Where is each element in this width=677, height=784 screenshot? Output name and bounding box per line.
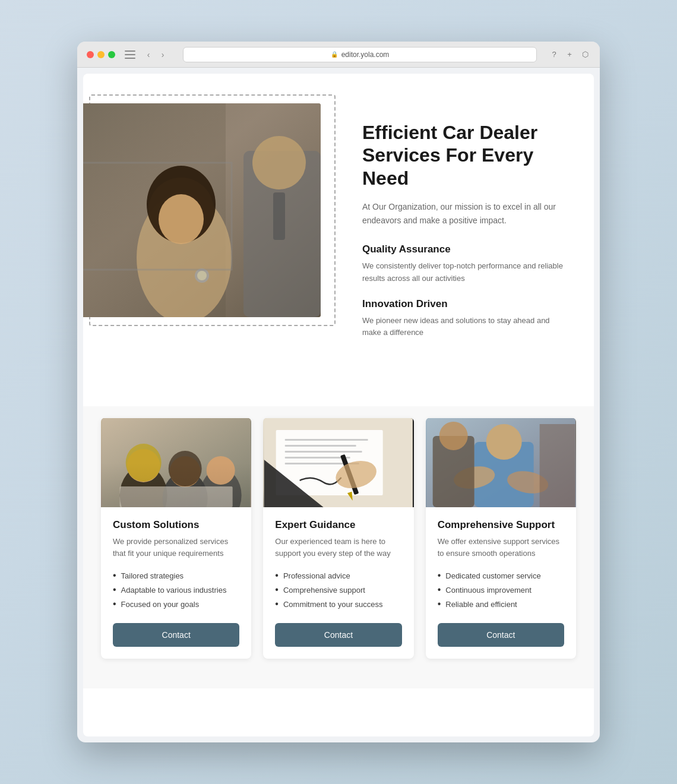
svg-rect-27 xyxy=(285,439,368,441)
svg-rect-9 xyxy=(273,192,285,240)
svg-point-11 xyxy=(197,271,207,280)
card-list-2: Professional advice Comprehensive suppor… xyxy=(275,568,401,611)
contact-button-3[interactable]: Contact xyxy=(438,623,564,647)
address-bar[interactable]: 🔒 editor.yola.com xyxy=(183,47,537,62)
hero-image-container xyxy=(83,103,327,317)
svg-point-6 xyxy=(159,194,204,244)
lock-icon: 🔒 xyxy=(331,51,338,58)
contact-button-1[interactable]: Contact xyxy=(113,623,239,647)
svg-rect-30 xyxy=(285,457,350,459)
sidebar-toggle-icon[interactable] xyxy=(125,50,135,59)
card-desc-2: Our experienced team is here to support … xyxy=(275,536,401,559)
svg-rect-14 xyxy=(102,418,251,507)
list-item: Adaptable to various industries xyxy=(113,583,239,597)
minimize-button[interactable] xyxy=(97,51,105,58)
cards-grid: Custom Solutions We provide personalized… xyxy=(101,418,576,659)
card-title-1: Custom Solutions xyxy=(113,519,239,531)
share-icon[interactable]: ⬡ xyxy=(580,49,590,60)
svg-point-18 xyxy=(163,472,208,507)
card-desc-3: We offer extensive support services to e… xyxy=(438,536,564,559)
card-body-1: Custom Solutions We provide personalized… xyxy=(101,507,251,659)
svg-point-21 xyxy=(200,469,242,507)
svg-rect-13 xyxy=(102,418,251,507)
forward-arrow[interactable]: › xyxy=(157,49,169,61)
card-body-2: Expert Guidance Our experienced team is … xyxy=(263,507,413,659)
card-comprehensive-support: Comprehensive Support We offer extensive… xyxy=(426,418,576,659)
list-item: Tailored strategies xyxy=(113,568,239,583)
svg-point-8 xyxy=(252,136,306,189)
browser-window: ‹ › 🔒 editor.yola.com ? + ⬡ xyxy=(77,42,600,742)
svg-point-19 xyxy=(170,456,201,487)
card-list-1: Tailored strategies Adaptable to various… xyxy=(113,568,239,611)
card-list-3: Dedicated customer service Continuous im… xyxy=(438,568,564,611)
traffic-lights xyxy=(87,51,115,58)
hero-text: Efficient Car Dealer Services For Every … xyxy=(362,103,564,352)
add-tab-icon[interactable]: + xyxy=(564,49,575,60)
title-bar: ‹ › 🔒 editor.yola.com ? + ⬡ xyxy=(77,42,600,68)
list-item: Comprehensive support xyxy=(275,583,401,597)
contact-button-2[interactable]: Contact xyxy=(275,623,401,647)
list-item: Reliable and efficient xyxy=(438,597,564,611)
hero-image-svg xyxy=(83,103,321,317)
svg-rect-29 xyxy=(285,451,362,453)
toolbar-actions: ? + ⬡ xyxy=(549,49,590,60)
svg-point-43 xyxy=(439,422,467,450)
close-button[interactable] xyxy=(87,51,94,58)
card-img-svg-1 xyxy=(101,418,251,507)
url-text: editor.yola.com xyxy=(341,50,390,59)
feature-quality-desc: We consistently deliver top-notch perfor… xyxy=(362,260,564,285)
list-item: Focused on your goals xyxy=(113,597,239,611)
svg-point-17 xyxy=(126,444,162,482)
help-icon[interactable]: ? xyxy=(549,49,559,60)
card-image-2 xyxy=(263,418,413,507)
card-body-3: Comprehensive Support We offer extensive… xyxy=(426,507,576,659)
svg-point-15 xyxy=(120,466,167,507)
nav-arrows: ‹ › xyxy=(143,49,169,61)
svg-point-22 xyxy=(207,456,235,485)
list-item: Commitment to your success xyxy=(275,597,401,611)
card-image-1 xyxy=(101,418,251,507)
card-title-3: Comprehensive Support xyxy=(438,519,564,531)
hero-subtitle: At Our Organization, our mission is to e… xyxy=(362,200,564,227)
feature-innovation-desc: We pioneer new ideas and solutions to st… xyxy=(362,315,564,340)
svg-point-39 xyxy=(486,424,521,460)
hero-title: Efficient Car Dealer Services For Every … xyxy=(362,121,564,189)
svg-rect-28 xyxy=(285,445,356,447)
feature-innovation: Innovation Driven We pioneer new ideas a… xyxy=(362,298,564,340)
feature-quality: Quality Assurance We consistently delive… xyxy=(362,244,564,285)
svg-rect-44 xyxy=(539,424,575,507)
feature-quality-title: Quality Assurance xyxy=(362,244,564,255)
card-img-svg-2 xyxy=(263,418,413,507)
card-expert-guidance: Expert Guidance Our experienced team is … xyxy=(263,418,413,659)
feature-innovation-title: Innovation Driven xyxy=(362,298,564,310)
back-arrow[interactable]: ‹ xyxy=(143,49,154,61)
card-img-svg-3 xyxy=(426,418,576,507)
cards-section: Custom Solutions We provide personalized… xyxy=(83,406,594,688)
hero-image xyxy=(83,103,321,317)
maximize-button[interactable] xyxy=(108,51,115,58)
svg-rect-23 xyxy=(120,486,233,507)
card-image-3 xyxy=(426,418,576,507)
list-item: Professional advice xyxy=(275,568,401,583)
card-desc-1: We provide personalized services that fi… xyxy=(113,536,239,559)
card-title-2: Expert Guidance xyxy=(275,519,401,531)
list-item: Dedicated customer service xyxy=(438,568,564,583)
content-area: Efficient Car Dealer Services For Every … xyxy=(83,74,594,736)
svg-point-16 xyxy=(127,449,160,482)
hero-section: Efficient Car Dealer Services For Every … xyxy=(83,74,594,406)
svg-point-20 xyxy=(169,451,202,486)
list-item: Continuous improvement xyxy=(438,583,564,597)
card-custom-solutions: Custom Solutions We provide personalized… xyxy=(101,418,251,659)
